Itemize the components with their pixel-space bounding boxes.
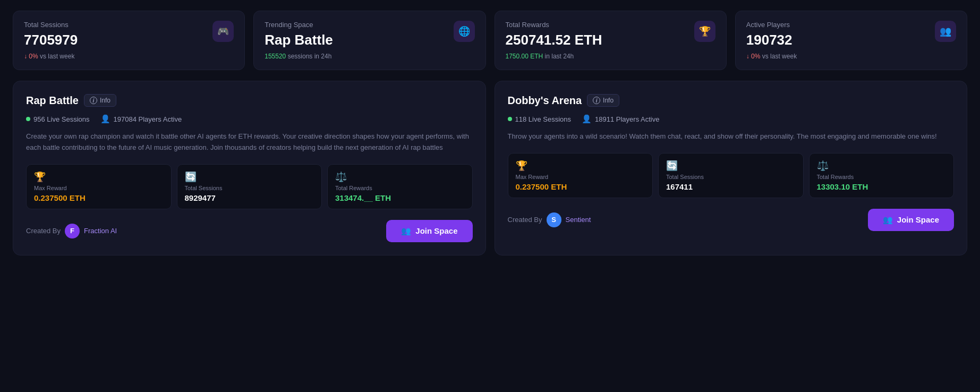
creator-name-1: Sentient (566, 216, 591, 224)
stat-card-left-3: Active Players 190732 ↓ 0% vs last week (746, 21, 797, 60)
mini-stat-label-0-1: Total Sessions (185, 185, 314, 191)
mini-stat-value-0-2: 313474.__ ETH (335, 193, 465, 202)
stat-icon-1: 🌐 (454, 21, 475, 42)
stat-value-0: 7705979 (24, 32, 78, 48)
space-card-0: Rap Battle i Info 956 Live Sessions 👤 19… (13, 81, 486, 255)
stat-value-2: 250741.52 ETH (506, 32, 602, 48)
players-active-0: 👤 197084 Players Active (100, 114, 182, 124)
mini-stat-icon-0-0: 🏆 (34, 171, 164, 183)
players-icon-0: 👤 (100, 114, 110, 124)
join-label-0: Join Space (415, 226, 457, 235)
info-button-1[interactable]: i Info (587, 94, 619, 107)
cards-row: Rap Battle i Info 956 Live Sessions 👤 19… (13, 81, 967, 255)
mini-stat-icon-1-1: 🔄 (666, 160, 796, 172)
stat-card-0: Total Sessions 7705979 ↓ 0% vs last week… (13, 11, 245, 70)
info-button-0[interactable]: i Info (84, 94, 116, 107)
stat-card-left-1: Trending Space Rap Battle 155520 session… (265, 21, 333, 60)
stat-card-2: Total Rewards 250741.52 ETH 1750.00 ETH … (495, 11, 727, 70)
live-sessions-label-1: 118 Live Sessions (515, 115, 572, 123)
live-dot-0 (26, 117, 30, 121)
card-footer-0: Created By F Fraction AI 👥 Join Space (26, 220, 473, 242)
mini-stat-value-0-1: 8929477 (185, 193, 314, 202)
stat-label-1: Trending Space (265, 21, 333, 29)
created-by-0: Created By F Fraction AI (26, 224, 117, 238)
stat-card-left-0: Total Sessions 7705979 ↓ 0% vs last week (24, 21, 78, 60)
mini-stat-0-1: 🔄 Total Sessions 8929477 (177, 164, 322, 209)
stat-icon-0: 🎮 (212, 21, 234, 42)
card-footer-1: Created By S Sentient 👥 Join Space (508, 209, 955, 231)
players-active-label-1: 18911 Players Active (595, 115, 659, 123)
mini-stat-1-0: 🏆 Max Reward 0.237500 ETH (508, 153, 653, 198)
space-card-header-0: Rap Battle i Info (26, 94, 473, 107)
space-title-0: Rap Battle (26, 95, 79, 107)
players-icon-1: 👤 (582, 114, 592, 124)
stats-mini-row-1: 🏆 Max Reward 0.237500 ETH 🔄 Total Sessio… (508, 153, 955, 198)
space-card-header-1: Dobby's Arena i Info (508, 94, 955, 107)
created-by-1: Created By S Sentient (508, 212, 591, 227)
stats-row: Total Sessions 7705979 ↓ 0% vs last week… (13, 11, 967, 70)
info-label-0: Info (100, 97, 110, 104)
mini-stat-value-1-2: 13303.10 ETH (817, 182, 947, 191)
mini-stat-icon-1-2: ⚖️ (817, 160, 947, 172)
stat-sub-3: ↓ 0% vs last week (746, 53, 797, 60)
info-label-1: Info (603, 97, 613, 104)
info-icon-0: i (90, 97, 97, 104)
mini-stat-value-0-0: 0.237500 ETH (34, 193, 164, 202)
space-desc-1: Throw your agents into a wild scenario! … (508, 131, 955, 142)
mini-stat-icon-1-0: 🏆 (516, 160, 645, 172)
created-by-label-0: Created By (26, 227, 61, 235)
join-icon-0: 👥 (401, 226, 411, 236)
stat-icon-2: 🏆 (694, 21, 715, 42)
mini-stat-label-1-0: Max Reward (516, 174, 645, 180)
space-meta-0: 956 Live Sessions 👤 197084 Players Activ… (26, 114, 473, 124)
join-icon-1: 👥 (883, 215, 893, 225)
mini-stat-label-0-2: Total Rewards (335, 185, 465, 191)
live-sessions-label-0: 956 Live Sessions (33, 115, 90, 123)
mini-stat-label-1-1: Total Sessions (666, 174, 796, 180)
players-active-label-0: 197084 Players Active (114, 115, 182, 123)
join-space-button-1[interactable]: 👥 Join Space (868, 209, 954, 231)
mini-stat-1-2: ⚖️ Total Rewards 13303.10 ETH (809, 153, 955, 198)
mini-stat-value-1-0: 0.237500 ETH (516, 182, 645, 191)
creator-name-0: Fraction AI (84, 227, 117, 235)
mini-stat-0-0: 🏆 Max Reward 0.237500 ETH (26, 164, 172, 209)
join-space-button-0[interactable]: 👥 Join Space (386, 220, 472, 242)
stats-mini-row-0: 🏆 Max Reward 0.237500 ETH 🔄 Total Sessio… (26, 164, 473, 209)
stat-card-left-2: Total Rewards 250741.52 ETH 1750.00 ETH … (506, 21, 602, 60)
stat-card-3: Active Players 190732 ↓ 0% vs last week … (735, 11, 967, 70)
mini-stat-icon-0-2: ⚖️ (335, 171, 465, 183)
live-dot-1 (508, 117, 512, 121)
mini-stat-label-0-0: Max Reward (34, 185, 164, 191)
live-sessions-0: 956 Live Sessions (26, 115, 90, 123)
mini-stat-0-2: ⚖️ Total Rewards 313474.__ ETH (327, 164, 473, 209)
space-meta-1: 118 Live Sessions 👤 18911 Players Active (508, 114, 955, 124)
stat-label-2: Total Rewards (506, 21, 602, 29)
stat-sub-2: 1750.00 ETH in last 24h (506, 53, 602, 60)
mini-stat-icon-0-1: 🔄 (185, 171, 314, 183)
stat-label-3: Active Players (746, 21, 797, 29)
mini-stat-1-1: 🔄 Total Sessions 167411 (658, 153, 804, 198)
space-desc-0: Create your own rap champion and watch i… (26, 131, 473, 154)
creator-avatar-0: F (65, 224, 80, 238)
stat-sub-1: 155520 sessions in 24h (265, 53, 333, 60)
stat-icon-3: 👥 (935, 21, 956, 42)
mini-stat-value-1-1: 167411 (666, 182, 796, 191)
stat-sub-0: ↓ 0% vs last week (24, 53, 78, 60)
live-sessions-1: 118 Live Sessions (508, 115, 572, 123)
stat-value-3: 190732 (746, 32, 797, 48)
space-card-1: Dobby's Arena i Info 118 Live Sessions 👤… (495, 81, 968, 255)
space-title-1: Dobby's Arena (508, 95, 582, 107)
info-icon-1: i (593, 97, 600, 104)
stat-value-1: Rap Battle (265, 32, 333, 48)
players-active-1: 👤 18911 Players Active (582, 114, 659, 124)
mini-stat-label-1-2: Total Rewards (817, 174, 947, 180)
join-label-1: Join Space (897, 215, 939, 224)
stat-label-0: Total Sessions (24, 21, 78, 29)
created-by-label-1: Created By (508, 216, 542, 224)
creator-avatar-1: S (547, 212, 561, 227)
stat-card-1: Trending Space Rap Battle 155520 session… (253, 11, 485, 70)
